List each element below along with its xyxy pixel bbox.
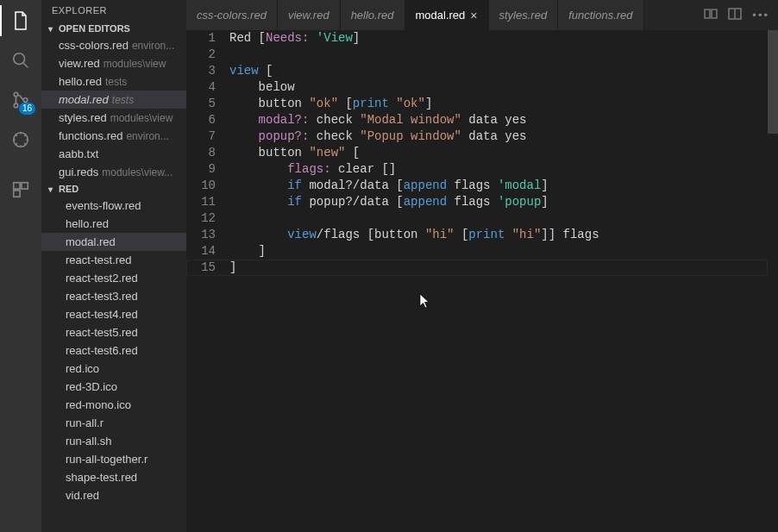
open-editor-item[interactable]: aabb.txt <box>41 145 186 163</box>
file-tree-item[interactable]: events-flow.red <box>41 197 186 215</box>
open-editors-label: OPEN EDITORS <box>59 23 130 34</box>
file-tree-item[interactable]: react-test5.red <box>41 323 186 341</box>
close-icon[interactable]: × <box>470 9 477 22</box>
svg-point-5 <box>14 133 28 147</box>
svg-point-3 <box>14 103 18 108</box>
file-tree-item[interactable]: hello.red <box>41 215 186 233</box>
tab-actions: ••• <box>695 0 778 30</box>
open-editors-header[interactable]: ▾ OPEN EDITORS <box>41 21 186 36</box>
open-editor-item[interactable]: functions.redenviron... <box>41 127 186 145</box>
compare-icon[interactable] <box>704 7 718 23</box>
search-icon[interactable] <box>9 48 33 72</box>
file-tree-item[interactable]: run-all.sh <box>41 432 186 450</box>
svg-rect-8 <box>14 191 20 197</box>
code-editor[interactable]: 123456789101112131415 Red [Needs: 'View]… <box>186 30 778 532</box>
file-tree-item[interactable]: react-test4.red <box>41 305 186 323</box>
open-editor-item[interactable]: hello.redtests <box>41 72 186 91</box>
file-tree-item[interactable]: react-test2.red <box>41 269 186 287</box>
file-tree-item[interactable]: run-all-together.r <box>41 450 186 468</box>
line-number-gutter: 123456789101112131415 <box>186 30 229 532</box>
editor-tab[interactable]: view.red <box>278 0 341 30</box>
explorer-sidebar: EXPLORER ▾ OPEN EDITORS css-colors.reden… <box>41 0 186 532</box>
open-editor-item[interactable]: css-colors.redenviron... <box>41 36 186 54</box>
workspace-label: RED <box>59 184 78 194</box>
file-tree-item[interactable]: react-test6.red <box>41 341 186 360</box>
file-tree-item[interactable]: modal.red <box>41 233 186 251</box>
workspace-header[interactable]: ▾ RED <box>41 181 186 197</box>
svg-rect-9 <box>705 9 710 18</box>
debug-icon[interactable] <box>9 128 33 152</box>
chevron-down-icon: ▾ <box>45 24 55 34</box>
split-editor-icon[interactable] <box>728 7 742 23</box>
editor-area: css-colors.redview.redhello.redmodal.red… <box>186 0 778 532</box>
open-editors-list: css-colors.redenviron...view.redmodules\… <box>41 36 186 181</box>
svg-rect-10 <box>712 9 717 18</box>
editor-tab[interactable]: functions.red <box>558 0 643 30</box>
file-tree-item[interactable]: red-mono.ico <box>41 396 186 414</box>
activity-bar: 16 <box>0 0 41 532</box>
open-editor-item[interactable]: modal.redtests <box>41 91 186 109</box>
svg-point-2 <box>14 92 18 97</box>
editor-tab[interactable]: modal.red× <box>405 0 489 30</box>
tab-bar: css-colors.redview.redhello.redmodal.red… <box>186 0 778 30</box>
open-editor-item[interactable]: view.redmodules\view <box>41 54 186 72</box>
svg-line-1 <box>23 63 28 68</box>
editor-tab[interactable]: hello.red <box>341 0 405 30</box>
file-tree-item[interactable]: red-3D.ico <box>41 378 186 396</box>
open-editor-item[interactable]: styles.redmodules\view <box>41 109 186 127</box>
explorer-icon[interactable] <box>9 9 33 33</box>
file-tree-item[interactable]: vid.red <box>41 486 186 504</box>
code-content[interactable]: Red [Needs: 'View] view [ below button "… <box>229 30 778 532</box>
scm-badge: 16 <box>19 103 35 115</box>
file-tree-item[interactable]: red.ico <box>41 360 186 378</box>
chevron-down-icon: ▾ <box>45 185 55 194</box>
workspace-file-list: events-flow.redhello.redmodal.redreact-t… <box>41 197 186 504</box>
svg-rect-7 <box>22 183 28 189</box>
file-tree-item[interactable]: react-test.red <box>41 251 186 269</box>
scroll-thumb[interactable] <box>768 30 778 134</box>
file-tree-item[interactable]: shape-test.red <box>41 468 186 486</box>
editor-tab[interactable]: css-colors.red <box>186 0 278 30</box>
file-tree-item[interactable]: run-all.r <box>41 414 186 432</box>
open-editor-item[interactable]: gui.redsmodules\view... <box>41 163 186 181</box>
vertical-scrollbar[interactable] <box>768 0 778 532</box>
file-tree-item[interactable]: react-test3.red <box>41 287 186 305</box>
svg-rect-6 <box>14 183 20 189</box>
svg-point-4 <box>23 98 28 103</box>
sidebar-title: EXPLORER <box>41 0 186 21</box>
svg-point-0 <box>14 53 25 65</box>
editor-tab[interactable]: styles.red <box>489 0 559 30</box>
extensions-icon[interactable] <box>9 178 33 202</box>
source-control-icon[interactable]: 16 <box>9 88 33 112</box>
